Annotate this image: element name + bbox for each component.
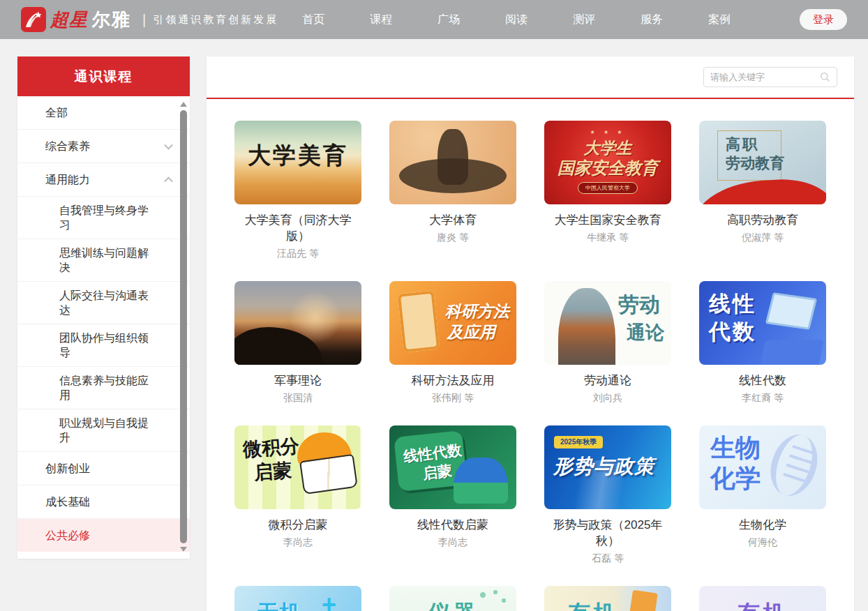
sidebar-item[interactable]: 信息素养与技能应用 bbox=[17, 367, 190, 409]
cover-decoration: ★ ★ ★ bbox=[590, 129, 626, 135]
cover-text: 微积分 bbox=[242, 433, 300, 462]
nav-item[interactable]: 阅读 bbox=[505, 13, 527, 27]
sidebar-item[interactable]: 人际交往与沟通表达 bbox=[17, 282, 190, 324]
course-instructor: 汪品先 等 bbox=[234, 248, 361, 260]
course-title: 劳动通论 bbox=[544, 372, 671, 389]
cover-text: 大学美育 bbox=[248, 140, 348, 172]
sidebar-item[interactable]: 自我管理与终身学习 bbox=[17, 197, 190, 239]
course-title: 线性代数启蒙 bbox=[389, 517, 516, 533]
course-instructor: 牛继承 等 bbox=[544, 232, 671, 244]
nav-item[interactable]: 案例 bbox=[708, 13, 731, 27]
course-panel-header bbox=[207, 56, 854, 99]
sidebar-scrollbar[interactable] bbox=[179, 100, 188, 553]
course-card[interactable]: 军事理论 张国清 bbox=[234, 281, 361, 405]
course-card[interactable]: 生物化学 生物化学 何海伦 bbox=[699, 425, 826, 565]
course-instructor: 张国清 bbox=[234, 392, 361, 405]
course-card[interactable]: 大学体育 唐炎 等 bbox=[389, 121, 516, 260]
course-instructor: 李尚志 bbox=[234, 536, 361, 549]
nav-item[interactable]: 测评 bbox=[573, 13, 595, 27]
sidebar-item[interactable]: 思维训练与问题解决 bbox=[17, 239, 190, 282]
cover-text: 化学 bbox=[710, 462, 761, 496]
scroll-down-arrow-icon[interactable] bbox=[180, 547, 187, 552]
search-input[interactable] bbox=[710, 72, 820, 82]
login-button[interactable]: 登录 bbox=[800, 9, 847, 30]
cover-text: 仪器 bbox=[428, 598, 478, 611]
chevron-down-icon bbox=[164, 140, 173, 149]
sidebar-scrollbar-thumb[interactable] bbox=[180, 110, 187, 543]
top-navbar: 超星 尔雅 | 引领通识教育创新发展 首页课程广场阅读测评服务案例 登录 bbox=[0, 0, 868, 39]
course-title: 大学体育 bbox=[389, 212, 516, 228]
sidebar-item-label: 公共必修 bbox=[45, 529, 90, 541]
sidebar-item[interactable]: 全部 bbox=[17, 96, 190, 130]
sidebar-item-label: 全部 bbox=[45, 107, 68, 119]
sidebar-item-label: 自我管理与终身学习 bbox=[59, 204, 149, 231]
course-cover-image: 线性代数 bbox=[699, 281, 826, 365]
sidebar-item[interactable]: 职业规划与自我提升 bbox=[17, 409, 190, 452]
course-card[interactable]: 线性代数 线性代数 李红裔 等 bbox=[699, 281, 826, 405]
sidebar-item-label: 思维训练与问题解决 bbox=[59, 247, 149, 273]
nav-item[interactable]: 课程 bbox=[370, 13, 392, 27]
brand-text-red: 超星 bbox=[50, 8, 88, 32]
course-title: 大学美育（同济大学版） bbox=[234, 212, 361, 244]
search-icon[interactable] bbox=[820, 72, 830, 82]
course-card[interactable]: 有机 bbox=[699, 586, 826, 611]
nav-item[interactable]: 首页 bbox=[302, 13, 324, 27]
sidebar-item[interactable]: 公共必修 bbox=[17, 519, 190, 552]
course-title: 高职劳动教育 bbox=[699, 212, 826, 228]
course-cover-image: 生物化学 bbox=[699, 425, 826, 509]
cover-text: 劳动 bbox=[618, 291, 660, 319]
course-card[interactable]: 仪器 bbox=[389, 586, 516, 611]
cover-badge: 2025年秋季 bbox=[554, 436, 603, 448]
sidebar-item-label: 成长基础 bbox=[45, 496, 90, 508]
cover-badge: 中国人民警察大学 bbox=[578, 182, 638, 194]
sidebar-item[interactable]: 创新创业 bbox=[17, 452, 190, 485]
course-card[interactable]: 无机+ bbox=[234, 586, 361, 611]
course-title: 线性代数 bbox=[699, 372, 826, 389]
course-card[interactable]: 大学美育 大学美育（同济大学版） 汪品先 等 bbox=[234, 121, 361, 260]
course-cover-image: 无机+ bbox=[234, 586, 361, 611]
course-cover-image: 大学美育 bbox=[234, 121, 361, 204]
course-card[interactable]: 科研方法及应用 科研方法及应用 张伟刚 等 bbox=[389, 281, 516, 405]
sidebar-item[interactable]: 通用能力 bbox=[17, 163, 190, 197]
sidebar-item[interactable]: 团队协作与组织领导 bbox=[17, 324, 190, 367]
cover-text: 科研方法 bbox=[445, 301, 509, 322]
course-instructor: 石磊 等 bbox=[544, 552, 671, 565]
sidebar-list: 全部 综合素养 通用能力 自我管理与终身学习 思维训练与问题解决 人际交往与沟通… bbox=[17, 96, 190, 559]
course-card[interactable]: 劳动通论 劳动通论 刘向兵 bbox=[544, 281, 671, 405]
main-nav: 首页课程广场阅读测评服务案例 bbox=[302, 13, 731, 27]
cover-text: 国家安全教育 bbox=[558, 157, 658, 179]
course-cover-image: 科研方法及应用 bbox=[389, 281, 516, 365]
nav-item[interactable]: 广场 bbox=[437, 13, 460, 27]
course-card[interactable]: 线性代数启蒙 线性代数启蒙 李尚志 bbox=[389, 425, 516, 565]
course-cover-image: 仪器 bbox=[389, 586, 516, 611]
cover-decoration: + bbox=[322, 590, 336, 611]
cover-text: 形势与政策 bbox=[553, 453, 654, 480]
course-cover-image: 有机 bbox=[699, 586, 826, 611]
scroll-up-arrow-icon[interactable] bbox=[180, 102, 187, 107]
nav-item[interactable]: 服务 bbox=[641, 13, 663, 27]
cover-text: 大学生 bbox=[584, 137, 632, 159]
course-card[interactable]: 微积分启蒙 微积分启蒙 李尚志 bbox=[234, 425, 361, 565]
course-instructor: 刘向兵 bbox=[544, 392, 671, 405]
page: 超星 尔雅 | 引领通识教育创新发展 首页课程广场阅读测评服务案例 登录 通识课… bbox=[0, 0, 868, 39]
cover-text: 通论 bbox=[627, 320, 664, 345]
cover-text: 线性 bbox=[709, 289, 756, 319]
brand-logo[interactable]: 超星 尔雅 | 引领通识教育创新发展 bbox=[21, 7, 278, 32]
course-instructor: 唐炎 等 bbox=[389, 232, 516, 244]
course-card[interactable]: 形势与政策2025年秋季 形势与政策（2025年秋） 石磊 等 bbox=[544, 425, 671, 565]
course-card[interactable]: 大学生国家安全教育中国人民警察大学★ ★ ★ 大学生国家安全教育 牛继承 等 bbox=[544, 121, 671, 260]
brand-text-white: 尔雅 bbox=[92, 8, 131, 32]
sidebar-item-label: 职业规划与自我提升 bbox=[59, 417, 149, 444]
cover-text: 高职 bbox=[726, 135, 759, 154]
course-card[interactable]: 有机 bbox=[544, 586, 671, 611]
sidebar-item[interactable]: 综合素养 bbox=[17, 130, 190, 163]
course-cover-image: 微积分启蒙 bbox=[234, 425, 361, 509]
course-instructor: 李尚志 bbox=[389, 536, 516, 549]
course-card[interactable]: 高职劳动教育 高职劳动教育 倪淑萍 等 bbox=[699, 121, 826, 260]
cover-text: 生物 bbox=[710, 431, 761, 465]
course-instructor: 李红裔 等 bbox=[699, 392, 826, 405]
sidebar-item[interactable]: 成长基础 bbox=[17, 485, 190, 519]
course-cover-image: 线性代数启蒙 bbox=[389, 425, 516, 509]
course-grid: 大学美育 大学美育（同济大学版） 汪品先 等 大学体育 唐炎 等 大学生国家安全… bbox=[207, 99, 854, 611]
sidebar-item-label: 通用能力 bbox=[45, 174, 90, 186]
